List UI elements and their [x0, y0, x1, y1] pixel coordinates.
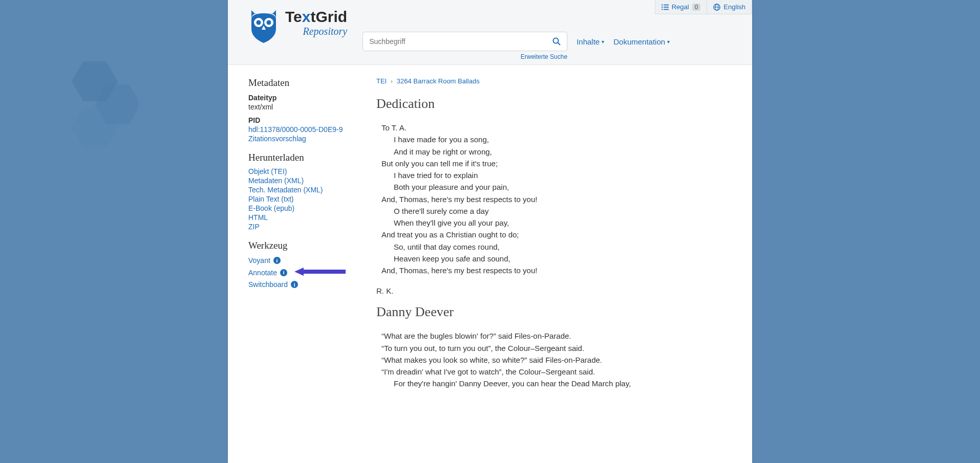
download-link[interactable]: HTML	[248, 213, 356, 222]
sidebar: Metadaten Dateityp text/xml PID hdl:1137…	[248, 77, 356, 390]
download-heading: Herunterladen	[248, 152, 356, 163]
page-container: Regal 0 English TextGrid Repositor	[228, 0, 752, 463]
search-icon	[552, 37, 561, 46]
info-icon[interactable]: i	[280, 269, 287, 276]
breadcrumb-separator: ›	[391, 77, 393, 85]
owl-icon	[248, 9, 279, 44]
signature: R. K.	[376, 286, 732, 295]
download-link[interactable]: Plain Text (txt)	[248, 195, 356, 203]
section-heading-dedication: Dedication	[376, 96, 732, 112]
main-content: TEI › 3264 Barrack Room Ballads Dedicati…	[376, 77, 732, 390]
svg-rect-4	[664, 4, 669, 5]
download-link[interactable]: Objekt (TEI)	[248, 167, 356, 175]
pid-link[interactable]: hdl:11378/0000-0005-D0E9-9	[248, 125, 356, 134]
poem-line: And, Thomas, here's my best respects to …	[381, 264, 732, 276]
poem-line: So, until that day comes round,	[394, 241, 732, 253]
annotation-arrow	[294, 267, 346, 278]
logo[interactable]: TextGrid Repository	[248, 7, 347, 44]
svg-rect-7	[662, 9, 663, 10]
search-area: Inhalte ▾ Dokumentation ▾ Erweiterte Suc…	[363, 7, 732, 60]
poem-line: “What makes you look so white, so white?…	[381, 354, 732, 366]
poem-line: Both your pleasure and your pain,	[394, 181, 732, 193]
tool-link-voyant[interactable]: Voyant	[248, 256, 270, 264]
body: Metadaten Dateityp text/xml PID hdl:1137…	[228, 65, 752, 410]
language-button[interactable]: English	[707, 0, 752, 14]
filetype-value: text/xml	[248, 103, 356, 111]
poem-line: I have made for you a song,	[394, 134, 732, 145]
search-button[interactable]	[546, 32, 567, 51]
svg-point-17	[553, 38, 559, 43]
svg-rect-5	[662, 7, 663, 8]
chevron-down-icon: ▾	[602, 39, 604, 45]
tool-row: Annotatei	[248, 267, 356, 278]
download-link[interactable]: Metadaten (XML)	[248, 177, 356, 185]
info-icon[interactable]: i	[291, 281, 298, 288]
download-list: Objekt (TEI)Metadaten (XML)Tech. Metadat…	[248, 167, 356, 231]
poem-line: And it may be right or wrong,	[394, 146, 732, 158]
poem-line: Heaven keep you safe and sound,	[394, 253, 732, 264]
poem-line: To T. A.	[381, 122, 732, 134]
download-link[interactable]: ZIP	[248, 223, 356, 231]
svg-marker-19	[294, 268, 346, 276]
breadcrumb: TEI › 3264 Barrack Room Ballads	[376, 77, 732, 85]
tools-list: VoyantiAnnotateiSwitchboardi	[248, 255, 356, 290]
shelf-button[interactable]: Regal 0	[655, 0, 707, 14]
download-link[interactable]: E-Book (epub)	[248, 204, 356, 212]
logo-subtitle: Repository	[285, 26, 347, 37]
chevron-down-icon: ▾	[667, 39, 670, 45]
breadcrumb-tei[interactable]: TEI	[376, 77, 387, 85]
tool-row: Voyanti	[248, 255, 356, 266]
metadata-heading: Metadaten	[248, 77, 356, 89]
svg-rect-6	[664, 7, 669, 8]
filetype-label: Dateityp	[248, 94, 356, 102]
poem-line: But only you can tell me if it's true;	[381, 158, 732, 169]
search-input[interactable]	[363, 32, 546, 51]
poem-dedication: To T. A.I have made for you a song,And i…	[381, 122, 732, 276]
breadcrumb-title[interactable]: 3264 Barrack Room Ballads	[397, 77, 480, 85]
tool-link-switchboard[interactable]: Switchboard	[248, 280, 288, 289]
poem-line: “What are the bugles blowin' for?” said …	[381, 330, 732, 342]
nav-documentation[interactable]: Dokumentation ▾	[613, 37, 670, 46]
poem-line: I have tried for to explain	[394, 169, 732, 181]
svg-rect-8	[664, 9, 669, 10]
tool-link-annotate[interactable]: Annotate	[248, 269, 277, 277]
svg-point-14	[257, 20, 261, 25]
globe-icon	[713, 4, 720, 11]
info-icon[interactable]: i	[273, 257, 281, 264]
poem-line: For they're hangin' Danny Deever, you ca…	[394, 378, 732, 389]
background-hex-pattern	[0, 0, 138, 463]
language-label: English	[723, 3, 745, 11]
svg-marker-2	[72, 107, 118, 147]
download-link[interactable]: Tech. Metadaten (XML)	[248, 186, 356, 194]
advanced-search-link[interactable]: Erweiterte Suche	[363, 53, 567, 60]
poem-line: “I'm dreadin' what I've got to watch”, t…	[381, 366, 732, 378]
poem-line: When they'll give you all your pay,	[394, 217, 732, 229]
nav-contents[interactable]: Inhalte ▾	[577, 37, 604, 46]
search-box	[363, 32, 567, 51]
poem-danny-deever: “What are the bugles blowin' for?” said …	[381, 330, 732, 389]
svg-rect-3	[662, 4, 663, 5]
svg-point-15	[267, 20, 271, 25]
logo-text: TextGrid	[285, 9, 347, 25]
poem-line: O there'll surely come a day	[394, 205, 732, 217]
svg-line-18	[558, 43, 561, 46]
tool-row: Switchboardi	[248, 279, 356, 290]
top-utility-bar: Regal 0 English	[655, 0, 752, 14]
poem-line: And, Thomas, here's my best respects to …	[381, 193, 732, 205]
poem-line: “To turn you out, to turn you out”, the …	[381, 342, 732, 354]
poem-line: And treat you as a Christian ought to do…	[381, 229, 732, 240]
tools-heading: Werkzeug	[248, 240, 356, 251]
citation-link[interactable]: Zitationsvorschlag	[248, 135, 356, 143]
pid-label: PID	[248, 116, 356, 124]
shelf-label: Regal	[672, 3, 689, 11]
shelf-count-badge: 0	[692, 4, 701, 11]
list-icon	[662, 4, 669, 11]
section-heading-danny-deever: Danny Deever	[376, 304, 732, 320]
